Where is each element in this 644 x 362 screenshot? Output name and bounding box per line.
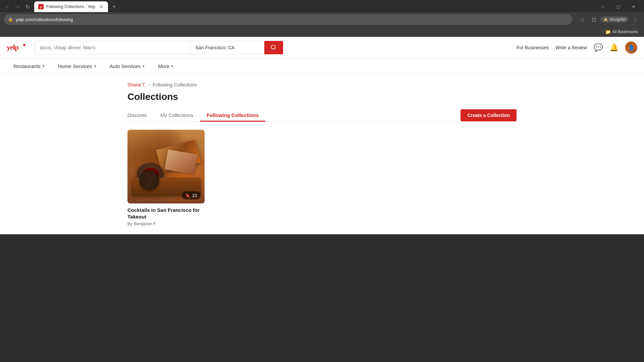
tabs-row: Discover My Collections Following Collec…	[127, 109, 517, 122]
svg-text:yelp: yelp	[7, 43, 19, 51]
collection-author: By Benjamin F.	[127, 221, 211, 226]
forward-button[interactable]: →	[13, 2, 22, 11]
menu-button[interactable]: ⋮	[631, 15, 640, 24]
category-nav: Restaurants ▾ Home Services ▾ Auto Servi…	[0, 59, 644, 74]
for-businesses-link[interactable]: For Businesses	[517, 45, 549, 50]
tab-strip: ← → ↻ y Following Collections - Yelp ✕ +…	[0, 0, 644, 12]
page-title: Collections	[127, 92, 517, 102]
write-review-link[interactable]: Write a Review	[555, 45, 587, 50]
maximize-button[interactable]: ▢	[610, 1, 626, 12]
home-services-arrow-icon: ▾	[94, 64, 96, 68]
search-container	[35, 41, 283, 54]
nav-bar: 🔒 yelp.com/collections/following ☆ ⊡ 🕵 I…	[0, 12, 644, 27]
bookmark-icon: 🔖	[185, 193, 190, 198]
collection-bookmark-badge: 🔖 10	[182, 191, 201, 199]
tab-close-button[interactable]: ✕	[99, 4, 104, 9]
refresh-button[interactable]: ↻	[23, 2, 32, 11]
collections-grid: 🔖 10 Cocktails in San Francisco for Take…	[127, 130, 517, 226]
yelp-logo[interactable]: yelp ✱	[7, 41, 27, 54]
page-content: Shane T. › Following Collections Collect…	[121, 74, 523, 234]
tab-favicon: y	[38, 4, 44, 9]
breadcrumb-separator: ›	[149, 82, 150, 87]
search-input[interactable]	[35, 41, 191, 54]
user-avatar[interactable]: 👤	[625, 42, 637, 54]
collection-title: Cocktails in San Francisco for Takeout	[127, 207, 211, 220]
nav-links: For Businesses Write a Review 💬 🔔 👤	[517, 42, 637, 54]
tab-discover[interactable]: Discover	[127, 109, 154, 121]
bookmarks-icon: 📁	[605, 29, 611, 35]
category-home-services[interactable]: Home Services ▾	[51, 59, 103, 74]
search-button[interactable]	[264, 41, 283, 54]
active-tab[interactable]: y Following Collections - Yelp ✕	[34, 1, 108, 12]
all-bookmarks-link[interactable]: 📁 All Bookmarks	[603, 28, 640, 35]
tab-following-collections[interactable]: Following Collections	[200, 109, 265, 121]
tab-my-collections[interactable]: My Collections	[154, 109, 200, 121]
messages-icon[interactable]: 💬	[594, 43, 603, 52]
breadcrumb-user-link[interactable]: Shane T.	[127, 82, 146, 87]
incognito-badge: 🕵 Incognito	[600, 16, 629, 22]
window-controls: ─ ▢ ✕	[595, 1, 641, 12]
nav-right-icons: ☆ ⊡ 🕵 Incognito ⋮	[578, 15, 640, 24]
create-collection-button[interactable]: Create a Collection	[461, 109, 517, 121]
incognito-icon: 🕵	[603, 17, 608, 22]
more-arrow-icon: ▾	[171, 64, 173, 68]
bookmarks-bar: 📁 All Bookmarks	[0, 27, 644, 37]
restaurants-arrow-icon: ▾	[43, 64, 45, 68]
category-more[interactable]: More ▾	[151, 59, 180, 74]
address-bar[interactable]: 🔒 yelp.com/collections/following	[4, 14, 572, 25]
search-icon	[270, 44, 277, 51]
location-input[interactable]	[191, 41, 264, 54]
category-restaurants[interactable]: Restaurants ▾	[7, 59, 51, 74]
back-button[interactable]: ←	[3, 2, 12, 11]
minimize-button[interactable]: ─	[595, 1, 610, 12]
category-auto-services[interactable]: Auto Services ▾	[103, 59, 152, 74]
new-tab-button[interactable]: +	[109, 2, 119, 11]
close-button[interactable]: ✕	[626, 1, 641, 12]
breadcrumb: Shane T. › Following Collections	[127, 82, 517, 87]
yelp-top-nav: yelp ✱ For Businesses Write a Review 💬	[0, 37, 644, 59]
svg-text:✱: ✱	[23, 43, 26, 47]
notifications-icon[interactable]: 🔔	[609, 43, 619, 52]
breadcrumb-current: Following Collections	[153, 82, 197, 87]
url-display: yelp.com/collections/following	[16, 17, 73, 22]
auto-services-arrow-icon: ▾	[143, 64, 145, 68]
tab-title: Following Collections - Yelp	[46, 4, 96, 9]
yelp-page: yelp ✱ For Businesses Write a Review 💬	[0, 37, 644, 234]
bookmark-star-button[interactable]: ☆	[578, 15, 587, 24]
collection-card[interactable]: 🔖 10 Cocktails in San Francisco for Take…	[127, 130, 211, 226]
collection-image: 🔖 10	[127, 130, 205, 203]
tab-overview-button[interactable]: ⊡	[589, 15, 598, 24]
